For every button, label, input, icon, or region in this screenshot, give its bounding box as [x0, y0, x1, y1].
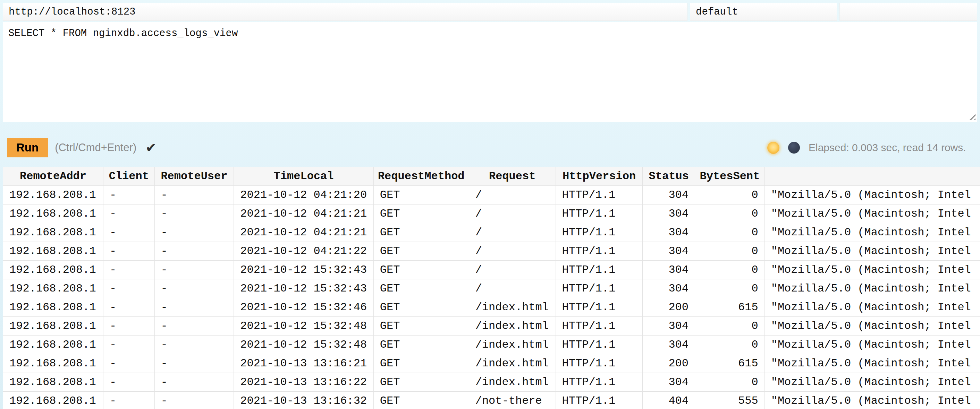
table-cell: 2021-10-13 13:16:32	[234, 392, 374, 409]
table-cell: 555	[695, 392, 765, 409]
run-toolbar: Run (Ctrl/Cmd+Enter) ✔ Elapsed: 0.003 se…	[3, 138, 977, 157]
moon-icon	[788, 142, 800, 154]
table-cell: -	[103, 317, 155, 336]
column-header: RemoteUser	[154, 167, 234, 186]
table-cell: HTTP/1.1	[555, 298, 643, 317]
table-cell: -	[103, 223, 155, 242]
table-cell: "Mozilla/5.0 (Macintosh; Intel	[765, 204, 980, 223]
table-cell: HTTP/1.1	[555, 204, 643, 223]
table-cell: 192.168.208.1	[3, 392, 103, 409]
table-cell: 304	[643, 223, 695, 242]
table-cell: /index.html	[469, 336, 555, 354]
table-cell: 304	[643, 186, 695, 204]
table-cell: HTTP/1.1	[555, 354, 643, 373]
table-cell: 304	[643, 261, 695, 279]
table-cell: 0	[695, 373, 765, 392]
table-cell: /not-there	[469, 392, 555, 409]
table-cell: -	[154, 373, 234, 392]
column-header: BytesSent	[695, 167, 765, 186]
table-cell: -	[154, 242, 234, 261]
table-cell: 2021-10-12 15:32:46	[234, 298, 374, 317]
table-cell: GET	[374, 354, 469, 373]
column-header: Request	[469, 167, 555, 186]
table-cell: HTTP/1.1	[555, 373, 643, 392]
connection-bar	[3, 3, 977, 21]
light-theme-button[interactable]	[767, 142, 780, 154]
table-cell: -	[154, 186, 234, 204]
table-cell: GET	[374, 279, 469, 298]
username-input[interactable]	[690, 3, 837, 21]
table-cell: /index.html	[469, 354, 555, 373]
table-cell: 0	[695, 223, 765, 242]
server-url-input[interactable]	[3, 3, 687, 21]
results-table-head: RemoteAddrClientRemoteUserTimeLocalReque…	[3, 167, 980, 186]
table-cell: GET	[374, 336, 469, 354]
query-editor[interactable]: SELECT * FROM nginxdb.access_logs_view	[3, 22, 977, 122]
table-row: 192.168.208.1--2021-10-13 13:16:21GET/in…	[3, 354, 980, 373]
table-row: 192.168.208.1--2021-10-13 13:16:32GET/no…	[3, 392, 980, 409]
table-cell: -	[103, 392, 155, 409]
success-check-icon: ✔	[145, 141, 156, 154]
table-row: 192.168.208.1--2021-10-12 04:21:20GET/HT…	[3, 186, 980, 204]
password-input[interactable]	[840, 3, 977, 21]
run-button[interactable]: Run	[7, 138, 48, 157]
table-cell: 2021-10-13 13:16:21	[234, 354, 374, 373]
table-cell: -	[103, 204, 155, 223]
table-cell: -	[103, 298, 155, 317]
table-cell: -	[103, 242, 155, 261]
table-cell: /index.html	[469, 298, 555, 317]
table-cell: "Mozilla/5.0 (Macintosh; Intel	[765, 373, 980, 392]
table-cell: 2021-10-12 15:32:43	[234, 279, 374, 298]
table-cell: -	[154, 279, 234, 298]
table-cell: /index.html	[469, 373, 555, 392]
table-row: 192.168.208.1--2021-10-12 15:32:48GET/in…	[3, 317, 980, 336]
table-cell: 2021-10-12 04:21:22	[234, 242, 374, 261]
table-cell: 0	[695, 261, 765, 279]
table-cell: /	[469, 204, 555, 223]
table-cell: "Mozilla/5.0 (Macintosh; Intel	[765, 392, 980, 409]
column-header: Client	[103, 167, 155, 186]
table-cell: GET	[374, 204, 469, 223]
results-table-body: 192.168.208.1--2021-10-12 04:21:20GET/HT…	[3, 186, 980, 409]
table-cell: -	[103, 373, 155, 392]
query-editor-container: SELECT * FROM nginxdb.access_logs_view	[3, 22, 977, 122]
table-cell: -	[154, 204, 234, 223]
table-cell: /	[469, 242, 555, 261]
table-cell: 615	[695, 298, 765, 317]
dark-theme-button[interactable]	[788, 142, 800, 154]
table-cell: "Mozilla/5.0 (Macintosh; Intel	[765, 298, 980, 317]
table-cell: "Mozilla/5.0 (Macintosh; Intel	[765, 186, 980, 204]
table-cell: "Mozilla/5.0 (Macintosh; Intel	[765, 354, 980, 373]
table-cell: 2021-10-13 13:16:22	[234, 373, 374, 392]
table-cell: "Mozilla/5.0 (Macintosh; Intel	[765, 279, 980, 298]
table-cell: -	[103, 186, 155, 204]
table-row: 192.168.208.1--2021-10-12 15:32:48GET/in…	[3, 336, 980, 354]
table-cell: /	[469, 261, 555, 279]
table-cell: GET	[374, 242, 469, 261]
table-cell: 200	[643, 354, 695, 373]
column-header: HttpVersion	[555, 167, 643, 186]
table-cell: /	[469, 279, 555, 298]
table-cell: -	[154, 317, 234, 336]
table-row: 192.168.208.1--2021-10-12 15:32:43GET/HT…	[3, 279, 980, 298]
table-cell: HTTP/1.1	[555, 317, 643, 336]
table-cell: -	[103, 261, 155, 279]
table-cell: HTTP/1.1	[555, 392, 643, 409]
table-cell: 2021-10-12 04:21:21	[234, 204, 374, 223]
table-cell: 2021-10-12 15:32:43	[234, 261, 374, 279]
table-row: 192.168.208.1--2021-10-12 15:32:46GET/in…	[3, 298, 980, 317]
table-cell: HTTP/1.1	[555, 261, 643, 279]
table-cell: GET	[374, 186, 469, 204]
table-cell: 192.168.208.1	[3, 298, 103, 317]
table-cell: 2021-10-12 04:21:21	[234, 223, 374, 242]
table-cell: 2021-10-12 04:21:20	[234, 186, 374, 204]
table-cell: 192.168.208.1	[3, 204, 103, 223]
table-cell: 200	[643, 298, 695, 317]
table-cell: 304	[643, 279, 695, 298]
table-row: 192.168.208.1--2021-10-12 15:32:43GET/HT…	[3, 261, 980, 279]
column-header: RemoteAddr	[3, 167, 103, 186]
table-cell: GET	[374, 261, 469, 279]
header-row: RemoteAddrClientRemoteUserTimeLocalReque…	[3, 167, 980, 186]
table-cell: 2021-10-12 15:32:48	[234, 336, 374, 354]
table-cell: 2021-10-12 15:32:48	[234, 317, 374, 336]
